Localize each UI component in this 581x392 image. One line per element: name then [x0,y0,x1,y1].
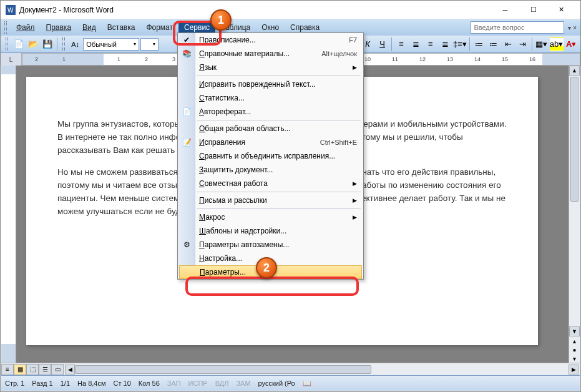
menu-separator [197,76,361,76]
align-justify-button[interactable]: ≣ [438,37,451,51]
view-reading-button[interactable]: ▭ [51,364,64,375]
save-button[interactable]: 💾 [41,37,54,51]
format-painter-button[interactable]: A↕ [69,37,82,51]
toolbar-grip[interactable] [6,37,8,51]
menu-item-письма-и-рассылки[interactable]: Письма и рассылки▶ [178,194,363,207]
menubar-grip[interactable] [4,21,7,34]
ruler-tick: 3 [172,56,175,62]
close-button[interactable]: ✕ [547,1,575,19]
status-rec[interactable]: ЗАП [167,380,181,387]
ruler-tick: 10 [364,56,371,62]
menu-insert[interactable]: Вставка [102,21,141,34]
menu-item-параметры-автозамены-[interactable]: ⚙Параметры автозамены... [178,238,363,252]
maximize-button[interactable]: ☐ [519,1,547,19]
prev-page-button[interactable]: ▴ [569,336,580,345]
view-web-button[interactable]: ⬚ [26,364,39,375]
menu-item-icon: 📝 [181,138,192,147]
highlight-button[interactable]: ab▾ [550,37,564,51]
font-combo[interactable]: ▾ [140,38,159,51]
menu-item-справочные-материалы-[interactable]: 📚Справочные материалы...Alt+щелчок [178,47,363,61]
vertical-scrollbar[interactable]: ▲ ▼ ▴ ● ▾ [569,66,580,363]
menu-view[interactable]: Вид [77,21,102,34]
align-left-button[interactable]: ≡ [394,37,408,51]
status-trk[interactable]: ИСПР [188,380,208,387]
status-pages: 1/1 [61,380,70,387]
view-print-button[interactable]: ▦ [14,364,26,375]
status-col: Кол 56 [139,380,160,387]
tools-dropdown: ✔Правописание...F7📚Справочные материалы.… [177,32,364,280]
status-book-icon[interactable]: 📖 [303,380,311,388]
scroll-down-button[interactable]: ▼ [569,326,580,336]
view-normal-button[interactable]: ≡ [1,364,14,375]
statusbar: Стр. 1 Разд 1 1/1 На 8,4см Ст 10 Кол 56 … [1,375,580,391]
menu-item-макрос[interactable]: Макрос▶ [178,210,363,224]
view-outline-button[interactable]: ☰ [39,364,51,375]
menu-item-icon: 📄 [181,107,192,116]
hscroll-thumb[interactable] [75,365,371,374]
menu-item-label: Общая рабочая область... [199,124,290,133]
menu-item-шаблоны-и-надстройки-[interactable]: Шаблоны и надстройки... [178,224,363,238]
border-button[interactable]: ▦▾ [535,37,548,51]
indent-button[interactable]: ⇥ [516,37,529,51]
menu-shortcut: F7 [349,36,357,44]
menu-item-исправления[interactable]: 📝ИсправленияCtrl+Shift+E [178,135,363,149]
scroll-right-button[interactable]: ▶ [569,365,579,375]
menu-item-label: Правописание... [199,36,256,44]
menu-file[interactable]: Файл [11,21,41,34]
next-page-button[interactable]: ▾ [569,354,580,363]
status-ovr[interactable]: ЗАМ [236,380,250,387]
vscroll-thumb[interactable] [570,77,579,202]
ruler-corner[interactable]: L [1,53,22,66]
menu-help[interactable]: Справка [285,21,325,34]
submenu-arrow-icon: ▶ [353,214,357,220]
status-ext[interactable]: ВДЛ [215,380,229,387]
menu-item-автореферат-[interactable]: 📄Автореферат... [178,105,363,119]
menu-item-label: Справочные материалы... [199,49,290,58]
submenu-arrow-icon: ▶ [353,197,357,203]
underline-button[interactable]: Ч [376,37,389,51]
menu-item-параметры-[interactable]: Параметры... [179,265,362,279]
status-language[interactable]: русский (Ро [258,380,295,387]
menu-item-label: Сравнить и объединить исправления... [199,152,335,160]
menu-window[interactable]: Окно [256,21,285,34]
toolbar-grip-2[interactable] [62,37,65,51]
menu-separator [197,208,361,209]
help-dropdown-icon[interactable]: ▾ × [568,24,577,31]
menu-item-совместная-работа[interactable]: Совместная работа▶ [178,177,363,190]
outdent-button[interactable]: ⇤ [501,37,514,51]
scroll-left-button[interactable]: ◀ [65,365,75,375]
vertical-ruler[interactable] [1,66,16,363]
menu-item-общая-рабочая-область-[interactable]: Общая рабочая область... [178,122,363,135]
bullet-list-button[interactable]: ≔ [487,37,500,51]
menu-item-защитить-документ-[interactable]: Защитить документ... [178,163,363,177]
horizontal-scrollbar[interactable]: ◀ ▶ [65,365,579,375]
ruler-tick: 14 [474,56,481,62]
align-right-button[interactable]: ≡ [424,37,437,51]
font-color-button[interactable]: A▾ [565,37,578,51]
app-window: W Документ2 - Microsoft Word ─ ☐ ✕ Файл … [0,0,581,392]
menu-item-исправить-поврежденный-текст-[interactable]: Исправить поврежденный текст... [178,77,363,91]
align-center-button[interactable]: ≣ [409,37,422,51]
minimize-button[interactable]: ─ [491,1,519,19]
menu-table[interactable]: Таблица [215,21,256,34]
ruler-tick: 2 [35,56,38,62]
menu-item-язык[interactable]: Язык▶ [178,61,363,74]
menu-edit[interactable]: Правка [41,21,77,34]
line-spacing-button[interactable]: ‡≡▾ [453,37,467,51]
menu-item-label: Статистика... [199,94,245,102]
menu-separator [197,120,361,120]
style-combo[interactable]: Обычный▾ [83,38,139,51]
numbered-list-button[interactable]: ≔ [472,37,486,51]
menu-item-сравнить-и-объединить-исправления-[interactable]: Сравнить и объединить исправления... [178,149,363,163]
help-search-input[interactable] [471,21,564,34]
menu-item-правописание-[interactable]: ✔Правописание...F7 [178,33,363,47]
menu-item-label: Шаблоны и надстройки... [199,227,286,235]
scroll-up-button[interactable]: ▲ [569,66,580,76]
menu-item-статистика-[interactable]: Статистика... [178,91,363,105]
menu-format[interactable]: Формат [140,21,178,34]
menu-item-label: Автореферат... [199,107,251,116]
open-button[interactable]: 📂 [26,37,39,51]
new-doc-button[interactable]: 📄 [12,37,25,51]
browse-object-button[interactable]: ● [569,345,580,354]
menu-item-настройка-[interactable]: Настройка... [178,252,363,265]
